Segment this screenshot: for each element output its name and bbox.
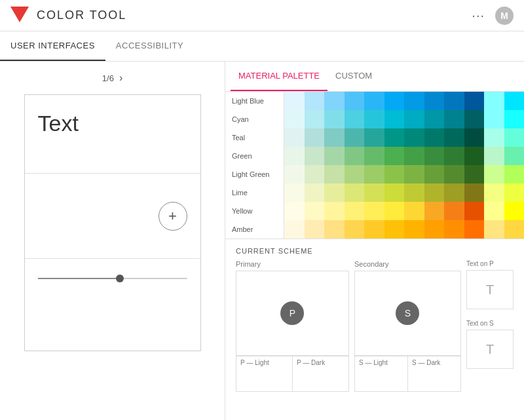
color-cell-5-0[interactable] xyxy=(284,183,305,202)
color-cell-6-5[interactable] xyxy=(384,202,405,220)
color-cell-6-9[interactable] xyxy=(464,202,485,220)
color-cell-3-10[interactable] xyxy=(484,147,504,165)
color-cell-3-5[interactable] xyxy=(384,147,405,165)
color-cell-3-8[interactable] xyxy=(444,147,464,165)
color-cell-7-3[interactable] xyxy=(345,220,365,239)
color-cell-1-5[interactable] xyxy=(384,110,405,128)
scheme-secondary-dark[interactable]: S — Dark xyxy=(408,356,461,392)
color-cell-2-3[interactable] xyxy=(345,128,365,147)
color-cell-6-7[interactable] xyxy=(424,202,445,220)
color-cell-6-2[interactable] xyxy=(324,202,345,220)
color-cell-0-6[interactable] xyxy=(404,92,424,110)
color-cell-4-8[interactable] xyxy=(444,165,464,183)
color-cell-7-1[interactable] xyxy=(305,220,325,239)
color-cell-1-7[interactable] xyxy=(424,110,445,128)
color-cell-3-0[interactable] xyxy=(284,147,305,165)
color-cell-1-6[interactable] xyxy=(404,110,424,128)
color-cell-4-5[interactable] xyxy=(384,165,405,183)
color-cell-5-10[interactable] xyxy=(484,183,504,202)
color-cell-7-6[interactable] xyxy=(404,220,424,239)
color-cell-3-9[interactable] xyxy=(464,147,485,165)
color-cell-5-11[interactable] xyxy=(504,183,525,202)
menu-icon[interactable]: ··· xyxy=(472,8,485,23)
color-cell-0-10[interactable] xyxy=(484,92,504,110)
color-cell-5-4[interactable] xyxy=(364,183,384,202)
text-on-primary-box[interactable]: T xyxy=(466,270,514,309)
color-cell-2-6[interactable] xyxy=(404,128,424,147)
color-cell-7-7[interactable] xyxy=(424,220,445,239)
color-cell-1-1[interactable] xyxy=(305,110,325,128)
color-cell-0-3[interactable] xyxy=(345,92,365,110)
color-cell-0-4[interactable] xyxy=(364,92,384,110)
color-cell-7-5[interactable] xyxy=(384,220,405,239)
pagination-next[interactable]: › xyxy=(119,72,122,84)
color-cell-2-5[interactable] xyxy=(384,128,405,147)
color-cell-1-11[interactable] xyxy=(504,110,525,128)
color-cell-6-8[interactable] xyxy=(444,202,464,220)
color-cell-4-11[interactable] xyxy=(504,165,525,183)
color-cell-7-0[interactable] xyxy=(284,220,305,239)
color-cell-4-2[interactable] xyxy=(324,165,345,183)
color-cell-0-2[interactable] xyxy=(324,92,345,110)
scheme-secondary-box[interactable]: S xyxy=(354,271,461,356)
color-cell-6-11[interactable] xyxy=(504,202,525,220)
color-cell-1-0[interactable] xyxy=(284,110,305,128)
tab-user-interfaces[interactable]: USER INTERFACES xyxy=(0,31,105,61)
slider-thumb[interactable] xyxy=(116,275,124,282)
color-cell-0-9[interactable] xyxy=(464,92,485,110)
color-cell-2-4[interactable] xyxy=(364,128,384,147)
color-cell-1-9[interactable] xyxy=(464,110,485,128)
color-cell-5-9[interactable] xyxy=(464,183,485,202)
color-cell-4-10[interactable] xyxy=(484,165,504,183)
color-cell-5-1[interactable] xyxy=(305,183,325,202)
text-on-secondary-box[interactable]: T xyxy=(466,330,514,369)
fab-button[interactable]: + xyxy=(159,202,187,231)
scheme-primary-box[interactable]: P xyxy=(236,271,349,356)
scheme-primary-dark[interactable]: P — Dark xyxy=(293,356,349,392)
slider-track[interactable] xyxy=(38,278,187,279)
color-cell-5-2[interactable] xyxy=(324,183,345,202)
color-cell-5-3[interactable] xyxy=(345,183,365,202)
tab-material-palette[interactable]: MATERIAL PALETTE xyxy=(231,62,328,91)
color-cell-7-11[interactable] xyxy=(504,220,525,239)
color-cell-2-10[interactable] xyxy=(484,128,504,147)
color-cell-0-0[interactable] xyxy=(284,92,305,110)
color-cell-6-4[interactable] xyxy=(364,202,384,220)
color-cell-1-3[interactable] xyxy=(345,110,365,128)
color-cell-5-8[interactable] xyxy=(444,183,464,202)
color-cell-7-10[interactable] xyxy=(484,220,504,239)
color-cell-3-1[interactable] xyxy=(305,147,325,165)
color-cell-6-10[interactable] xyxy=(484,202,504,220)
color-cell-2-1[interactable] xyxy=(305,128,325,147)
color-cell-1-8[interactable] xyxy=(444,110,464,128)
tab-custom[interactable]: CUSTOM xyxy=(328,62,380,91)
color-cell-0-7[interactable] xyxy=(424,92,445,110)
color-cell-1-4[interactable] xyxy=(364,110,384,128)
color-cell-0-5[interactable] xyxy=(384,92,405,110)
color-cell-3-4[interactable] xyxy=(364,147,384,165)
color-cell-5-7[interactable] xyxy=(424,183,445,202)
color-cell-4-6[interactable] xyxy=(404,165,424,183)
avatar[interactable]: M xyxy=(495,7,514,25)
color-cell-2-7[interactable] xyxy=(424,128,445,147)
color-cell-7-9[interactable] xyxy=(464,220,485,239)
scheme-secondary-light[interactable]: S — Light xyxy=(354,356,408,392)
color-cell-3-7[interactable] xyxy=(424,147,445,165)
color-cell-6-6[interactable] xyxy=(404,202,424,220)
color-cell-3-2[interactable] xyxy=(324,147,345,165)
color-cell-2-2[interactable] xyxy=(324,128,345,147)
color-cell-0-1[interactable] xyxy=(305,92,325,110)
color-cell-1-2[interactable] xyxy=(324,110,345,128)
color-cell-6-1[interactable] xyxy=(305,202,325,220)
color-cell-6-3[interactable] xyxy=(345,202,365,220)
color-cell-4-1[interactable] xyxy=(305,165,325,183)
color-cell-2-9[interactable] xyxy=(464,128,485,147)
color-cell-6-0[interactable] xyxy=(284,202,305,220)
color-cell-4-7[interactable] xyxy=(424,165,445,183)
color-cell-2-8[interactable] xyxy=(444,128,464,147)
color-cell-0-8[interactable] xyxy=(444,92,464,110)
color-cell-4-4[interactable] xyxy=(364,165,384,183)
color-cell-4-3[interactable] xyxy=(345,165,365,183)
scheme-primary-light[interactable]: P — Light xyxy=(236,356,293,392)
color-cell-7-4[interactable] xyxy=(364,220,384,239)
